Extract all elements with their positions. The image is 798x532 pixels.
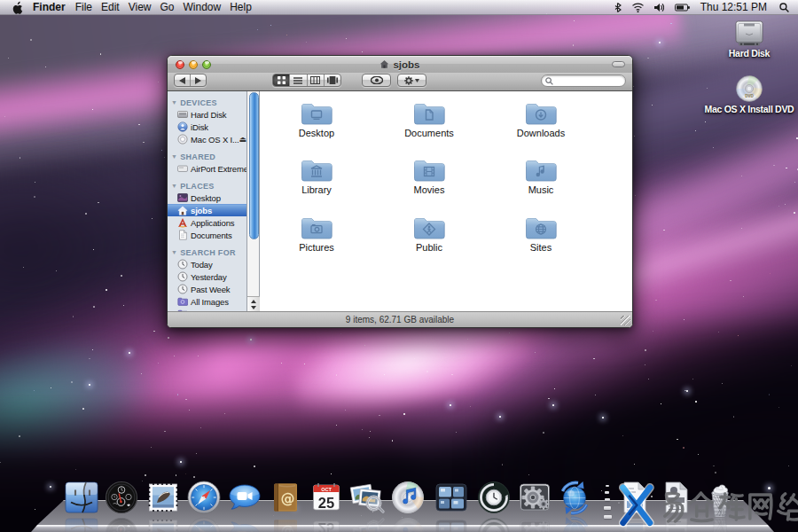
menu-item-edit[interactable]: Edit — [97, 1, 124, 13]
desktop-icon-hard-disk[interactable]: Hard Disk — [692, 20, 798, 59]
desktop-icon-install-dvd[interactable]: Mac OS X Install DVD — [692, 75, 798, 114]
desktop-icon-label: Mac OS X Install DVD — [692, 104, 798, 114]
dock-item-ical[interactable] — [309, 480, 344, 515]
sidebar-item-label: Hard Disk — [191, 110, 226, 120]
file-label: Documents — [383, 128, 475, 138]
minimize-button[interactable] — [189, 60, 198, 69]
dock-item-mail[interactable] — [145, 480, 181, 515]
eject-icon[interactable]: ⏏ — [239, 135, 246, 144]
sidebar-item-mac-os-x-i-[interactable]: Mac OS X I... ⏏ — [168, 133, 246, 145]
folder-icon — [301, 215, 332, 239]
sidebar-item-past-week[interactable]: Past Week — [168, 283, 246, 295]
window-titlebar[interactable]: sjobs — [168, 56, 632, 73]
spotlight-search-icon[interactable] — [779, 3, 789, 12]
dock-item-ichat[interactable] — [227, 480, 262, 515]
file-item-music[interactable]: Music — [495, 157, 587, 195]
sidebar-section: ▼PLACES Desktop sjobs Applications Docum… — [168, 180, 246, 241]
dock-item-itunes[interactable] — [390, 480, 426, 515]
file-item-pictures[interactable]: Pictures — [270, 215, 363, 253]
volume-icon[interactable] — [654, 3, 664, 12]
file-item-public[interactable]: Public — [383, 215, 475, 253]
sidebar-item-all-images[interactable]: All Images — [168, 295, 246, 308]
sidebar-section-header[interactable]: ▼PLACES — [168, 180, 246, 192]
file-grid: Desktop Documents Downloads Library Movi… — [261, 91, 632, 311]
desktop-icon — [177, 192, 188, 203]
menu-item-window[interactable]: Window — [179, 1, 226, 13]
bluetooth-icon[interactable] — [614, 3, 622, 12]
coverflow-view-button[interactable] — [325, 74, 340, 86]
sidebar-section-header[interactable]: ▼SHARED — [168, 151, 246, 162]
disclosure-triangle-icon[interactable]: ▼ — [171, 99, 177, 106]
dock-item-time-machine[interactable] — [476, 480, 512, 515]
clock-icon — [177, 284, 188, 294]
menu-item-finder[interactable]: Finder — [27, 1, 71, 13]
dock-item-spaces[interactable] — [434, 480, 469, 515]
file-item-sites[interactable]: Sites — [495, 215, 587, 253]
toolbar-toggle-button[interactable] — [612, 61, 625, 67]
smartfolder-icon — [177, 296, 188, 307]
sidebar-section-header[interactable]: ▼DEVICES — [168, 97, 246, 108]
search-input[interactable] — [541, 74, 626, 87]
sidebar-item-hard-disk[interactable]: Hard Disk — [168, 108, 246, 121]
list-view-button[interactable] — [290, 74, 307, 86]
chevron-down-icon — [415, 79, 419, 82]
file-item-documents[interactable]: Documents — [383, 100, 475, 138]
sidebar-section-header[interactable]: ▼SEARCH FOR — [168, 246, 246, 258]
disclosure-triangle-icon[interactable]: ▼ — [171, 183, 177, 189]
scrollbar-arrows[interactable] — [247, 296, 260, 311]
dock-item-system-preferences[interactable] — [517, 480, 552, 515]
dock-item-address-book[interactable] — [268, 480, 303, 515]
quick-look-button[interactable] — [362, 74, 391, 87]
sidebar-item-today[interactable]: Today — [168, 258, 246, 270]
scrollbar-thumb[interactable] — [249, 92, 259, 239]
itunes-icon — [390, 480, 426, 515]
sidebar-item-idisk[interactable]: iDisk — [168, 121, 246, 133]
sidebar-scrollbar[interactable] — [247, 91, 260, 311]
disclosure-triangle-icon[interactable]: ▼ — [171, 153, 177, 160]
sidebar-item-label: Documents — [191, 231, 232, 240]
column-view-button[interactable] — [308, 74, 325, 86]
dock-item-network[interactable] — [557, 480, 592, 515]
file-item-downloads[interactable]: Downloads — [495, 100, 587, 138]
sidebar-item-documents[interactable]: Documents — [168, 229, 246, 241]
action-menu-button[interactable] — [397, 74, 426, 87]
resize-grip[interactable] — [621, 316, 630, 325]
file-item-desktop[interactable]: Desktop — [270, 100, 363, 138]
dock-item-dashboard[interactable] — [104, 480, 139, 515]
menu-item-file[interactable]: File — [71, 1, 97, 13]
apple-menu-icon[interactable] — [12, 1, 23, 14]
finder-icon — [64, 480, 99, 515]
dock-item-trash[interactable] — [701, 481, 737, 517]
sidebar-item-yesterday[interactable]: Yesterday — [168, 270, 246, 283]
back-button[interactable] — [175, 74, 191, 86]
sidebar-item-desktop[interactable]: Desktop — [168, 192, 246, 204]
sidebar-item-airport-extreme[interactable]: AirPort Extreme — [168, 162, 246, 175]
file-item-movies[interactable]: Movies — [383, 157, 475, 195]
file-label: Pictures — [270, 242, 363, 253]
scroll-down-arrow-icon[interactable] — [251, 306, 256, 309]
disclosure-triangle-icon[interactable]: ▼ — [171, 249, 177, 255]
airport-icon — [177, 163, 188, 174]
menu-item-view[interactable]: View — [124, 1, 156, 13]
close-button[interactable] — [176, 60, 184, 69]
icon-view-button[interactable] — [273, 74, 290, 86]
dock-item-document[interactable] — [659, 480, 694, 515]
menu-clock[interactable]: Thu 12:51 PM — [700, 1, 767, 13]
dock-item-safari[interactable] — [186, 480, 222, 515]
folder-icon — [525, 100, 557, 125]
zoom-button[interactable] — [202, 60, 211, 69]
scroll-up-arrow-icon[interactable] — [251, 300, 256, 303]
dock-item-preview[interactable] — [349, 480, 385, 515]
wifi-icon[interactable] — [632, 3, 644, 12]
dock-item-finder[interactable] — [64, 480, 99, 515]
finder-window: sjobs ▼DEVICES — [167, 55, 633, 328]
folder-icon — [413, 100, 445, 125]
sidebar-item-applications[interactable]: Applications — [168, 216, 246, 229]
file-item-library[interactable]: Library — [270, 157, 363, 195]
menu-item-help[interactable]: Help — [225, 1, 256, 13]
forward-button[interactable] — [191, 74, 206, 86]
battery-icon[interactable] — [675, 4, 690, 12]
menu-item-go[interactable]: Go — [156, 1, 179, 13]
dock-item-document[interactable] — [617, 480, 653, 515]
sidebar-item-sjobs[interactable]: sjobs — [168, 204, 246, 216]
